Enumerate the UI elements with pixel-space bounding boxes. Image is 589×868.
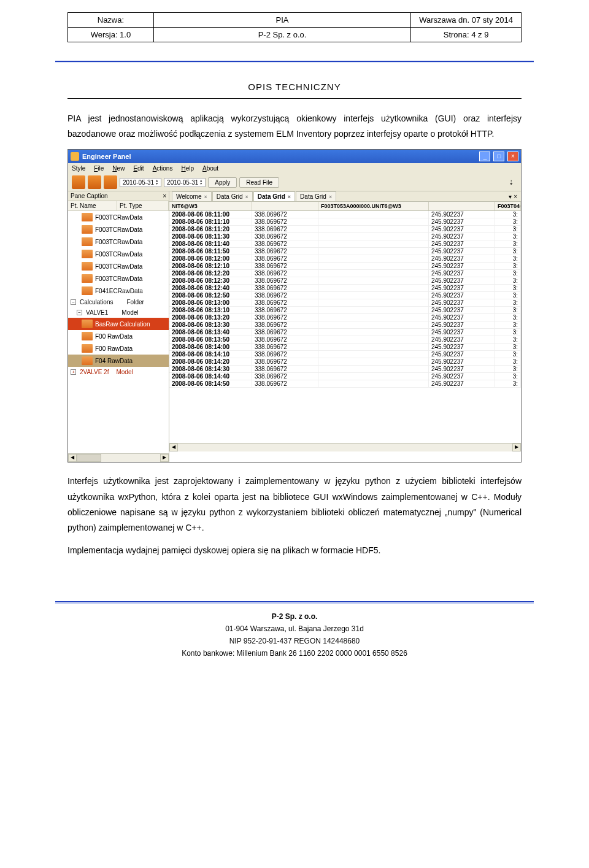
expand-icon[interactable]: + bbox=[71, 369, 76, 375]
list-item[interactable]: F003TCRawData bbox=[68, 236, 169, 248]
side-col-name[interactable]: Pt. Name bbox=[68, 201, 117, 210]
table-row[interactable]: 2008-08-06 08:13:50338.069672245.9022373… bbox=[169, 336, 521, 344]
close-icon[interactable]: × bbox=[204, 194, 207, 200]
tab-datagrid-1[interactable]: Data Grid× bbox=[212, 191, 253, 201]
grid-col-4[interactable] bbox=[429, 202, 495, 210]
menu-style[interactable]: Style bbox=[72, 165, 85, 172]
table-row[interactable]: 2008-08-06 08:12:10338.069672245.9022373… bbox=[169, 263, 521, 270]
toolbar-overflow-icon[interactable]: ⇣ bbox=[509, 179, 517, 186]
table-row[interactable]: 2008-08-06 08:14:20338.069672245.9022373… bbox=[169, 358, 521, 366]
menu-edit[interactable]: Edit bbox=[133, 165, 144, 172]
list-item[interactable]: F003TCRawData bbox=[68, 260, 169, 272]
table-row[interactable]: 2008-08-06 08:13:30338.069672245.9022373… bbox=[169, 321, 521, 329]
grid-col-5[interactable]: F003T046A000IS00.UNI bbox=[495, 202, 521, 210]
date-from-input[interactable]: 2010-05-31▲▼ bbox=[120, 178, 161, 187]
table-row[interactable]: 2008-08-06 08:11:20338.069672245.9022373… bbox=[169, 226, 521, 233]
scroll-right-icon[interactable]: ▶ bbox=[512, 444, 521, 451]
toolbar-icon-1[interactable] bbox=[72, 175, 85, 189]
menu-actions[interactable]: Actions bbox=[153, 165, 173, 172]
tree-f00-b[interactable]: F00 RawData bbox=[68, 342, 169, 355]
collapse-icon[interactable]: − bbox=[71, 299, 76, 305]
table-row[interactable]: 2008-08-06 08:13:10338.069672245.9022373… bbox=[169, 307, 521, 314]
table-row[interactable]: 2008-08-06 08:14:40338.069672245.9022373… bbox=[169, 373, 521, 380]
side-scrollbar[interactable]: ◀ ▶ bbox=[68, 453, 169, 462]
tab-datagrid-active[interactable]: Data Grid× bbox=[253, 191, 295, 201]
table-row[interactable]: 2008-08-06 08:12:30338.069672245.9022373… bbox=[169, 277, 521, 285]
tree-calculations[interactable]: −CalculationsFolder bbox=[68, 297, 169, 307]
collapse-icon[interactable]: − bbox=[77, 310, 82, 315]
minimize-button[interactable]: _ bbox=[479, 152, 490, 161]
table-row[interactable]: 2008-08-06 08:14:50338.069672245.9022373… bbox=[169, 380, 521, 388]
tree-f04[interactable]: F04 RawData bbox=[68, 355, 169, 367]
table-row[interactable]: 2008-08-06 08:11:50338.069672245.9022373… bbox=[169, 248, 521, 255]
close-icon[interactable]: × bbox=[245, 194, 248, 200]
table-row[interactable]: 2008-08-06 08:11:30338.069672245.9022373… bbox=[169, 233, 521, 240]
table-row[interactable]: 2008-08-06 08:12:40338.069672245.9022373… bbox=[169, 285, 521, 292]
close-icon[interactable]: × bbox=[329, 194, 332, 200]
main-scrollbar[interactable]: ◀ ▶ bbox=[169, 443, 521, 451]
table-row[interactable]: 2008-08-06 08:12:50338.069672245.9022373… bbox=[169, 292, 521, 299]
pin-icon[interactable]: ▾ × bbox=[505, 192, 521, 201]
top-divider bbox=[55, 61, 534, 63]
table-row[interactable]: 2008-08-06 08:11:10338.069672245.9022373… bbox=[169, 218, 521, 226]
paragraph-1: PIA jest jednostanowiskową aplikacją wyk… bbox=[67, 111, 522, 142]
tab-datagrid-3[interactable]: Data Grid× bbox=[296, 191, 336, 201]
list-item[interactable]: F003TCRawData bbox=[68, 272, 169, 285]
date-to-input[interactable]: 2010-05-31▲▼ bbox=[164, 178, 206, 187]
footer: P-2 Sp. z o.o. 01-904 Warszawa, ul. Baja… bbox=[67, 612, 522, 658]
readfile-button[interactable]: Read File bbox=[239, 177, 279, 188]
apply-button[interactable]: Apply bbox=[208, 177, 237, 188]
table-row[interactable]: 2008-08-06 08:11:40338.069672245.9022373… bbox=[169, 240, 521, 248]
table-row[interactable]: 2008-08-06 08:13:40338.069672245.9022373… bbox=[169, 329, 521, 336]
close-button[interactable]: × bbox=[507, 152, 518, 161]
side-header: Pt. Name Pt. Type bbox=[68, 201, 169, 211]
list-item[interactable]: F003TCRawData bbox=[68, 211, 169, 223]
table-row[interactable]: 2008-08-06 08:12:00338.069672245.9022373… bbox=[169, 255, 521, 263]
grid-col-1[interactable]: NIT6@W3 bbox=[169, 202, 252, 210]
list-item[interactable]: F003TCRawData bbox=[68, 223, 169, 236]
grid-col-2[interactable] bbox=[252, 202, 318, 210]
menu-help[interactable]: Help bbox=[181, 165, 194, 172]
tree-valve2[interactable]: +2VALVE 2fModel bbox=[68, 367, 169, 377]
tree-f00-a[interactable]: F00 RawData bbox=[68, 330, 169, 342]
side-pane: Pane Caption× Pt. Name Pt. Type F003TCRa… bbox=[68, 191, 169, 462]
table-row[interactable]: 2008-08-06 08:14:10338.069672245.9022373… bbox=[169, 351, 521, 358]
toolbar-icon-3[interactable] bbox=[104, 175, 117, 189]
paragraph-2: Interfejs użytkownika jest zaprojektowan… bbox=[67, 474, 522, 536]
tree-valve1[interactable]: −VALVE1Model bbox=[68, 307, 169, 318]
item-icon bbox=[82, 262, 93, 271]
table-row[interactable]: 2008-08-06 08:13:00338.069672245.9022373… bbox=[169, 299, 521, 307]
scroll-thumb[interactable] bbox=[77, 454, 101, 462]
maximize-button[interactable]: □ bbox=[493, 152, 504, 161]
item-icon bbox=[82, 274, 93, 283]
tab-welcome[interactable]: Welcome× bbox=[172, 191, 212, 201]
table-row[interactable]: 2008-08-06 08:14:00338.069672245.9022373… bbox=[169, 344, 521, 351]
table-row[interactable]: 2008-08-06 08:14:30338.069672245.9022373… bbox=[169, 366, 521, 373]
scroll-left-icon[interactable]: ◀ bbox=[68, 454, 77, 462]
pane-close-icon[interactable]: × bbox=[163, 193, 166, 199]
menu-new[interactable]: New bbox=[112, 165, 125, 172]
section-title-underline bbox=[67, 98, 522, 99]
app-icon bbox=[71, 152, 79, 161]
table-row[interactable]: 2008-08-06 08:13:20338.069672245.9022373… bbox=[169, 314, 521, 321]
company-label: P-2 Sp. z o.o. bbox=[153, 28, 410, 42]
table-row[interactable]: 2008-08-06 08:11:00338.069672245.9022373… bbox=[169, 211, 521, 218]
side-list[interactable]: F003TCRawDataF003TCRawDataF003TCRawDataF… bbox=[68, 211, 169, 453]
item-icon bbox=[82, 332, 93, 340]
menu-about[interactable]: About bbox=[202, 165, 218, 172]
titlebar[interactable]: Engineer Panel _ □ × bbox=[68, 150, 521, 163]
grid-body[interactable]: 2008-08-06 08:11:00338.069672245.9022373… bbox=[169, 211, 521, 443]
tabstrip: Welcome× Data Grid× Data Grid× Data Grid… bbox=[169, 191, 521, 202]
close-icon[interactable]: × bbox=[288, 194, 291, 200]
main-pane: Welcome× Data Grid× Data Grid× Data Grid… bbox=[169, 191, 521, 462]
tree-basraw-selected[interactable]: BasRaw Calculation bbox=[68, 318, 169, 330]
list-item[interactable]: F003TCRawData bbox=[68, 248, 169, 260]
scroll-right-icon[interactable]: ▶ bbox=[160, 454, 169, 462]
grid-col-3[interactable]: F003T053A000I000.UNIT6@W3 bbox=[318, 202, 429, 210]
toolbar-icon-2[interactable] bbox=[88, 175, 101, 189]
side-col-type[interactable]: Pt. Type bbox=[117, 201, 169, 210]
menu-file[interactable]: File bbox=[94, 165, 104, 172]
table-row[interactable]: 2008-08-06 08:12:20338.069672245.9022373… bbox=[169, 270, 521, 277]
scroll-left-icon[interactable]: ◀ bbox=[169, 444, 178, 451]
list-item[interactable]: F041ECRawData bbox=[68, 285, 169, 297]
